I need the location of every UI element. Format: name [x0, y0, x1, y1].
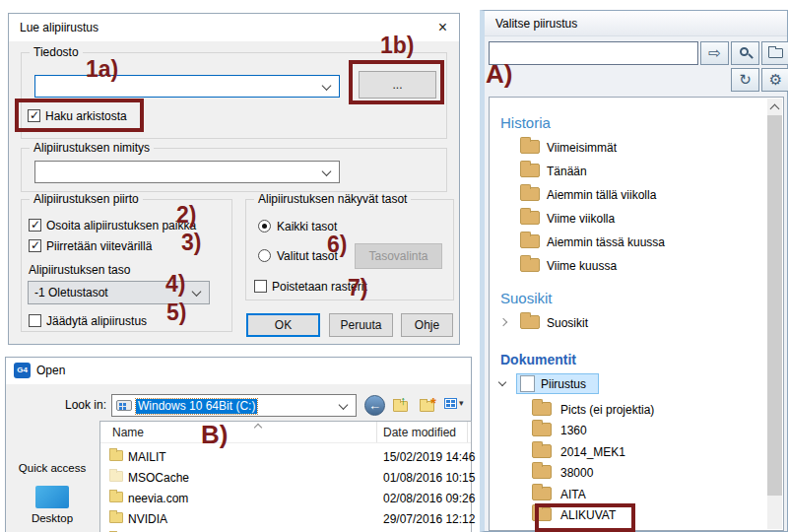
annotation-1a: 1a) [86, 57, 118, 81]
tree-item[interactable]: Viime kuussa [490, 257, 783, 275]
tree-item[interactable]: ALIKUVAT [490, 506, 783, 524]
tree-item-selected[interactable]: Piirustus [490, 375, 783, 393]
tree-item-label: Viimeisimmät [547, 140, 617, 156]
chevron-down-icon [322, 166, 332, 176]
annotation-6: 6) [327, 233, 347, 256]
valitut-tasot-radio[interactable] [258, 249, 271, 262]
help-button[interactable]: Ohje [401, 313, 453, 337]
places-bar: Quick access Desktop [6, 421, 98, 532]
annotation-box-haku [15, 99, 144, 132]
ok-button[interactable]: OK [246, 313, 320, 337]
tree-item[interactable]: 1360 [490, 422, 783, 439]
tree-item-label: 2014_MEK1 [560, 444, 625, 460]
annotation-1b: 1b) [380, 33, 415, 57]
drive-icon [116, 400, 132, 411]
chevron-right-icon[interactable] [499, 318, 507, 326]
look-in-combobox[interactable]: Windows 10 64Bit (C:) [111, 394, 357, 417]
file-row[interactable]: MSOCache 01/08/2016 10:15 [100, 467, 471, 488]
sparkle-icon: * [430, 397, 436, 409]
file-combobox[interactable] [34, 75, 340, 98]
close-icon[interactable]: × [438, 14, 447, 41]
drawing-tree: Historia Viimeisimmät Tänään Aiemmin täl… [489, 97, 784, 531]
file-row[interactable]: neevia.com 02/08/2016 09:26 [100, 488, 471, 508]
tree-item-label: Tänään [547, 164, 587, 179]
column-divider[interactable] [376, 422, 377, 442]
folder-icon [768, 48, 783, 58]
osoita-paikka-checkbox[interactable] [29, 219, 41, 232]
list-header: Name Date modified [100, 422, 471, 443]
folder-icon [520, 187, 540, 201]
tree-item[interactable]: Picts (ei projektia) [490, 401, 783, 419]
tree-item-label: Aiemmin tässä kuussa [547, 234, 665, 250]
tree-item-label: Picts (ei projektia) [560, 402, 654, 418]
chevron-down-icon [339, 400, 349, 410]
folder-icon [532, 487, 552, 500]
document-icon [520, 375, 535, 392]
tree-item[interactable]: Viime viikolla [490, 210, 783, 228]
folder-icon [109, 450, 123, 461]
folder-icon [109, 492, 123, 502]
place-label: Desktop [6, 512, 98, 524]
tree-item[interactable]: 2014_MEK1 [490, 443, 783, 461]
tree-item-label: AITA [560, 487, 586, 502]
valitse-piirustus-panel: Valitse piirustus ⇨ ↻ ⚙ Historia Viimeis… [480, 10, 788, 532]
refresh-button[interactable]: ↻ [731, 68, 759, 92]
scroll-up-icon[interactable] [767, 99, 782, 114]
back-button[interactable]: ← [364, 395, 385, 416]
tree-item[interactable]: Aiemmin tällä viikolla [490, 186, 783, 204]
viitevari-checkbox[interactable] [29, 239, 41, 252]
rasterit-checkbox[interactable] [254, 280, 267, 293]
annotation-7: 7) [348, 276, 367, 299]
scrollbar-thumb[interactable] [767, 115, 782, 496]
folder-icon [520, 315, 540, 329]
up-one-level-button[interactable]: ↑ [391, 395, 413, 416]
kaikki-tasot-radio[interactable] [258, 220, 271, 233]
tree-item[interactable]: Aiemmin tässä kuussa [490, 233, 783, 251]
file-name: MSOCache [128, 471, 189, 486]
tree-item[interactable]: 38000 [490, 464, 783, 482]
folder-icon [532, 402, 552, 416]
folder-icon [520, 234, 540, 248]
view-menu-button[interactable]: ▾ [444, 397, 470, 415]
search-input[interactable] [489, 41, 698, 65]
file-row[interactable]: NVIDIA 29/07/2016 12:12 [100, 508, 471, 529]
annotation-B: B) [201, 423, 228, 446]
go-button[interactable]: ⇨ [700, 41, 729, 65]
folder-icon [532, 465, 552, 479]
nimitys-combobox[interactable] [34, 161, 340, 183]
folder-icon [520, 164, 540, 177]
annotation-box-browse [349, 60, 444, 104]
chevron-down-icon[interactable] [498, 378, 506, 386]
column-date-modified[interactable]: Date modified [383, 426, 456, 440]
tree-item[interactable]: Tänään [490, 163, 783, 180]
column-divider[interactable] [467, 422, 468, 442]
open-dialog: G4 Open Look in: Windows 10 64Bit (C:) ←… [5, 357, 472, 532]
file-name: neevia.com [128, 492, 188, 506]
taso-value: -1 Oletustasot [34, 286, 108, 300]
up-arrow-icon: ↑ [400, 395, 406, 407]
file-date: 29/07/2016 12:12 [383, 512, 475, 527]
jaadyta-checkbox[interactable] [29, 314, 41, 327]
tasovalinta-button: Tasovalinta [355, 243, 442, 269]
file-row[interactable]: MAILIT 15/02/2019 14:46 [100, 446, 471, 467]
settings-button[interactable]: ⚙ [761, 68, 788, 92]
cancel-button[interactable]: Peruuta [329, 313, 393, 337]
tree-item[interactable]: Viimeisimmät [490, 139, 783, 157]
search-button[interactable] [731, 41, 759, 65]
tree-scrollbar[interactable] [767, 99, 782, 529]
tree-item-label: 38000 [560, 465, 593, 481]
gear-icon: ⚙ [769, 71, 782, 88]
tree-item[interactable]: Suosikit [490, 314, 783, 332]
folder-icon [532, 444, 552, 458]
browse-folder-button[interactable] [761, 41, 788, 65]
new-folder-button[interactable]: * [418, 395, 439, 416]
column-name[interactable]: Name [112, 426, 144, 440]
app-badge-icon: G4 [14, 363, 31, 378]
file-date: 02/08/2016 09:26 [383, 492, 475, 506]
annotation-2: 2) [176, 203, 196, 227]
folder-icon [520, 258, 540, 272]
file-date: 01/08/2016 10:15 [383, 471, 475, 486]
piirto-group-label: Alipiirustuksen piirto [30, 192, 143, 207]
tree-item[interactable]: AITA [490, 486, 783, 503]
folder-icon [532, 423, 552, 436]
